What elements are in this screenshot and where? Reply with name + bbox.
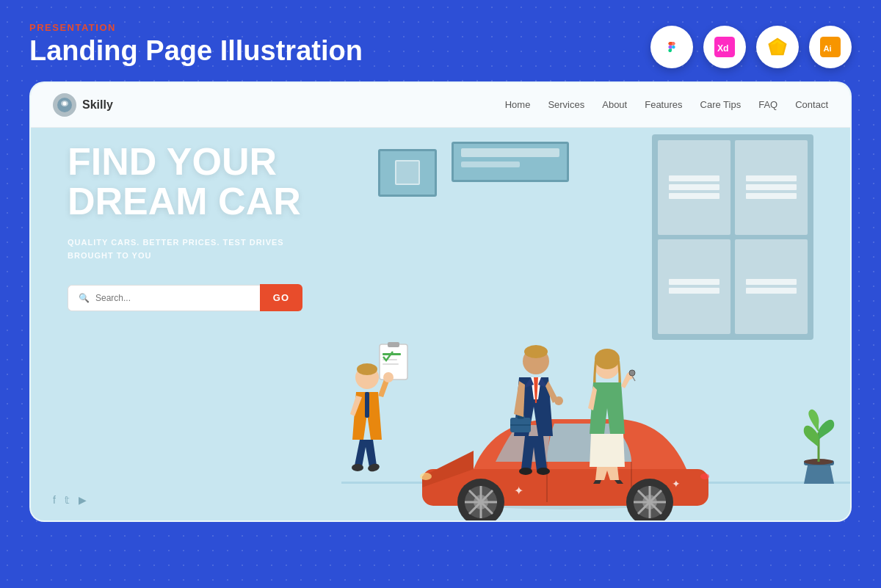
mockup-card: Skilly Home Services About Features Care… <box>29 81 852 522</box>
nav-logo-text: Skilly <box>82 98 113 112</box>
nav-link-home[interactable]: Home <box>505 99 531 110</box>
svg-point-50 <box>519 468 532 475</box>
hero-section: FIND YOUR DREAM CAR QUALITY CARS. BETTER… <box>68 142 850 520</box>
hero-subtitle: QUALITY CARS. BETTER PRICES. TEST DRIVES… <box>68 236 288 262</box>
social-icons: f 𝕥 ▶ <box>53 494 87 506</box>
nav-links: Home Services About Features Care Tips F… <box>505 99 828 110</box>
figma-tool-icon[interactable] <box>650 26 693 68</box>
shelf-cell-4 <box>735 239 808 334</box>
ai-tool-icon[interactable]: Ai <box>809 26 852 68</box>
hero-headline-line1: FIND YOUR <box>68 140 277 183</box>
twitter-icon[interactable]: 𝕥 <box>65 494 70 506</box>
svg-point-45 <box>524 345 548 358</box>
svg-point-41 <box>383 372 394 382</box>
shelf-cell-2 <box>735 140 808 235</box>
person3-illustration <box>575 346 639 485</box>
svg-rect-37 <box>383 363 399 365</box>
search-input-wrapper: 🔍 <box>68 285 260 311</box>
frame2-line1 <box>461 148 559 157</box>
shelf-cell-1 <box>658 140 730 235</box>
illustration-area: ✦ ✦ <box>341 127 850 520</box>
nav-link-features[interactable]: Features <box>645 99 682 110</box>
search-go-button[interactable]: GO <box>260 284 302 311</box>
svg-point-42 <box>352 464 363 471</box>
person2-illustration <box>503 341 569 484</box>
nav-link-faq[interactable]: FAQ <box>758 99 777 110</box>
svg-rect-40 <box>365 392 369 418</box>
svg-point-32 <box>700 473 709 479</box>
svg-line-56 <box>632 376 635 381</box>
svg-rect-34 <box>388 342 399 347</box>
nav-link-services[interactable]: Services <box>548 99 584 110</box>
hero-headline-line2: DREAM CAR <box>68 180 301 222</box>
nav-link-about[interactable]: About <box>602 99 627 110</box>
youtube-icon[interactable]: ▶ <box>79 494 87 506</box>
plant-illustration <box>795 407 843 487</box>
search-icon: 🔍 <box>79 293 90 303</box>
hero-headline: FIND YOUR DREAM CAR <box>68 142 347 222</box>
svg-text:Ai: Ai <box>823 44 831 53</box>
sketch-tool-icon[interactable] <box>756 26 799 68</box>
outer-container: PRESENTATION Landing Page Illustration X… <box>0 0 881 588</box>
svg-point-39 <box>357 363 377 375</box>
svg-point-10 <box>63 101 67 105</box>
tool-icons: Xd Ai <box>650 26 852 68</box>
svg-rect-33 <box>380 344 407 380</box>
shelf-cell-3 <box>658 239 730 334</box>
search-input[interactable] <box>95 293 250 303</box>
nav-bar: Skilly Home Services About Features Care… <box>31 83 850 128</box>
search-bar: 🔍 GO <box>68 284 302 311</box>
person1-illustration <box>341 337 415 498</box>
shelf-unit <box>652 134 813 340</box>
svg-point-55 <box>629 370 635 376</box>
svg-point-53 <box>595 349 620 369</box>
frame2-line2 <box>461 161 520 167</box>
svg-point-31 <box>420 473 432 480</box>
shelf-grid <box>658 140 808 334</box>
nav-logo: Skilly <box>53 93 113 117</box>
svg-text:✦: ✦ <box>672 478 681 490</box>
svg-text:✦: ✦ <box>514 484 523 497</box>
facebook-icon[interactable]: f <box>53 494 56 506</box>
svg-point-51 <box>537 468 550 475</box>
nav-link-contact[interactable]: Contact <box>795 99 828 110</box>
nav-link-caretips[interactable]: Care Tips <box>700 99 742 110</box>
picture-frame-2 <box>452 142 569 182</box>
xd-tool-icon[interactable]: Xd <box>703 26 746 68</box>
picture-frame-1 <box>378 149 437 197</box>
svg-point-49 <box>554 396 563 405</box>
logo-icon <box>53 93 76 117</box>
svg-text:Xd: Xd <box>717 43 729 54</box>
